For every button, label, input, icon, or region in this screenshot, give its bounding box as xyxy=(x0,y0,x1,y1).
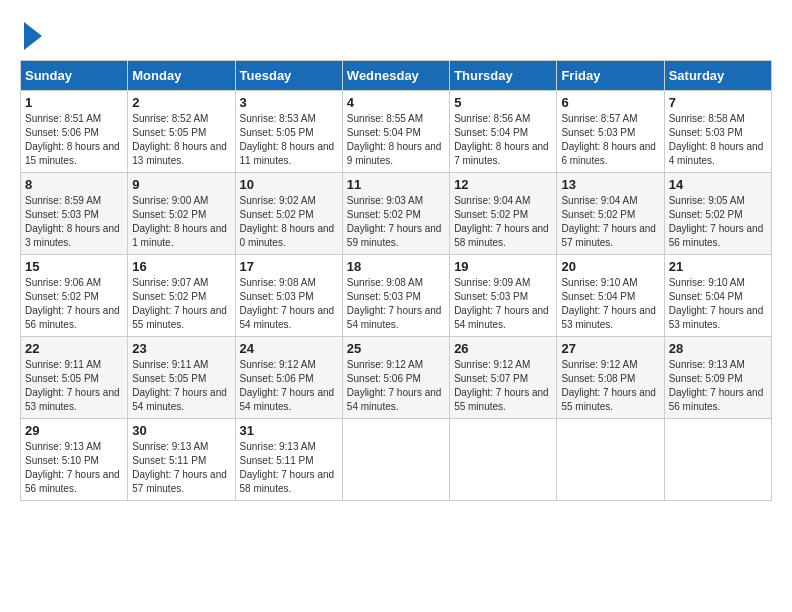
calendar-cell: 30Sunrise: 9:13 AMSunset: 5:11 PMDayligh… xyxy=(128,419,235,501)
calendar-cell: 5Sunrise: 8:56 AMSunset: 5:04 PMDaylight… xyxy=(450,91,557,173)
day-number: 1 xyxy=(25,95,123,110)
day-number: 13 xyxy=(561,177,659,192)
day-header-friday: Friday xyxy=(557,61,664,91)
day-info: Sunrise: 8:59 AMSunset: 5:03 PMDaylight:… xyxy=(25,195,120,248)
calendar-week-2: 8Sunrise: 8:59 AMSunset: 5:03 PMDaylight… xyxy=(21,173,772,255)
calendar-header-row: SundayMondayTuesdayWednesdayThursdayFrid… xyxy=(21,61,772,91)
calendar-cell: 18Sunrise: 9:08 AMSunset: 5:03 PMDayligh… xyxy=(342,255,449,337)
calendar-cell: 7Sunrise: 8:58 AMSunset: 5:03 PMDaylight… xyxy=(664,91,771,173)
day-info: Sunrise: 9:04 AMSunset: 5:02 PMDaylight:… xyxy=(454,195,549,248)
calendar-week-1: 1Sunrise: 8:51 AMSunset: 5:06 PMDaylight… xyxy=(21,91,772,173)
calendar-cell: 8Sunrise: 8:59 AMSunset: 5:03 PMDaylight… xyxy=(21,173,128,255)
day-info: Sunrise: 8:58 AMSunset: 5:03 PMDaylight:… xyxy=(669,113,764,166)
day-number: 21 xyxy=(669,259,767,274)
calendar-cell: 1Sunrise: 8:51 AMSunset: 5:06 PMDaylight… xyxy=(21,91,128,173)
day-info: Sunrise: 9:00 AMSunset: 5:02 PMDaylight:… xyxy=(132,195,227,248)
calendar-cell: 29Sunrise: 9:13 AMSunset: 5:10 PMDayligh… xyxy=(21,419,128,501)
day-info: Sunrise: 9:11 AMSunset: 5:05 PMDaylight:… xyxy=(25,359,120,412)
calendar-cell: 28Sunrise: 9:13 AMSunset: 5:09 PMDayligh… xyxy=(664,337,771,419)
day-number: 29 xyxy=(25,423,123,438)
calendar-cell: 10Sunrise: 9:02 AMSunset: 5:02 PMDayligh… xyxy=(235,173,342,255)
calendar-cell: 6Sunrise: 8:57 AMSunset: 5:03 PMDaylight… xyxy=(557,91,664,173)
calendar-cell xyxy=(664,419,771,501)
day-number: 4 xyxy=(347,95,445,110)
day-header-monday: Monday xyxy=(128,61,235,91)
day-info: Sunrise: 9:12 AMSunset: 5:06 PMDaylight:… xyxy=(347,359,442,412)
calendar-cell: 4Sunrise: 8:55 AMSunset: 5:04 PMDaylight… xyxy=(342,91,449,173)
day-info: Sunrise: 9:05 AMSunset: 5:02 PMDaylight:… xyxy=(669,195,764,248)
day-number: 10 xyxy=(240,177,338,192)
calendar-cell xyxy=(450,419,557,501)
day-number: 26 xyxy=(454,341,552,356)
day-number: 18 xyxy=(347,259,445,274)
day-number: 16 xyxy=(132,259,230,274)
calendar-cell xyxy=(557,419,664,501)
day-header-tuesday: Tuesday xyxy=(235,61,342,91)
day-number: 6 xyxy=(561,95,659,110)
day-info: Sunrise: 9:02 AMSunset: 5:02 PMDaylight:… xyxy=(240,195,335,248)
day-number: 24 xyxy=(240,341,338,356)
day-info: Sunrise: 8:53 AMSunset: 5:05 PMDaylight:… xyxy=(240,113,335,166)
day-number: 11 xyxy=(347,177,445,192)
day-number: 30 xyxy=(132,423,230,438)
calendar-cell: 31Sunrise: 9:13 AMSunset: 5:11 PMDayligh… xyxy=(235,419,342,501)
day-info: Sunrise: 9:12 AMSunset: 5:07 PMDaylight:… xyxy=(454,359,549,412)
calendar-cell: 22Sunrise: 9:11 AMSunset: 5:05 PMDayligh… xyxy=(21,337,128,419)
calendar-cell: 19Sunrise: 9:09 AMSunset: 5:03 PMDayligh… xyxy=(450,255,557,337)
day-info: Sunrise: 9:08 AMSunset: 5:03 PMDaylight:… xyxy=(347,277,442,330)
day-number: 5 xyxy=(454,95,552,110)
calendar-week-4: 22Sunrise: 9:11 AMSunset: 5:05 PMDayligh… xyxy=(21,337,772,419)
calendar-table: SundayMondayTuesdayWednesdayThursdayFrid… xyxy=(20,60,772,501)
calendar-cell: 14Sunrise: 9:05 AMSunset: 5:02 PMDayligh… xyxy=(664,173,771,255)
day-header-saturday: Saturday xyxy=(664,61,771,91)
day-info: Sunrise: 8:55 AMSunset: 5:04 PMDaylight:… xyxy=(347,113,442,166)
calendar-cell: 27Sunrise: 9:12 AMSunset: 5:08 PMDayligh… xyxy=(557,337,664,419)
day-number: 3 xyxy=(240,95,338,110)
day-info: Sunrise: 9:13 AMSunset: 5:09 PMDaylight:… xyxy=(669,359,764,412)
calendar-cell: 20Sunrise: 9:10 AMSunset: 5:04 PMDayligh… xyxy=(557,255,664,337)
day-info: Sunrise: 9:13 AMSunset: 5:10 PMDaylight:… xyxy=(25,441,120,494)
day-info: Sunrise: 9:10 AMSunset: 5:04 PMDaylight:… xyxy=(561,277,656,330)
calendar-cell: 3Sunrise: 8:53 AMSunset: 5:05 PMDaylight… xyxy=(235,91,342,173)
day-number: 23 xyxy=(132,341,230,356)
calendar-cell: 17Sunrise: 9:08 AMSunset: 5:03 PMDayligh… xyxy=(235,255,342,337)
calendar-cell: 9Sunrise: 9:00 AMSunset: 5:02 PMDaylight… xyxy=(128,173,235,255)
logo xyxy=(20,20,42,50)
calendar-cell: 26Sunrise: 9:12 AMSunset: 5:07 PMDayligh… xyxy=(450,337,557,419)
day-info: Sunrise: 9:09 AMSunset: 5:03 PMDaylight:… xyxy=(454,277,549,330)
calendar-cell: 13Sunrise: 9:04 AMSunset: 5:02 PMDayligh… xyxy=(557,173,664,255)
day-number: 25 xyxy=(347,341,445,356)
day-info: Sunrise: 9:12 AMSunset: 5:06 PMDaylight:… xyxy=(240,359,335,412)
calendar-cell: 15Sunrise: 9:06 AMSunset: 5:02 PMDayligh… xyxy=(21,255,128,337)
day-info: Sunrise: 9:11 AMSunset: 5:05 PMDaylight:… xyxy=(132,359,227,412)
day-number: 9 xyxy=(132,177,230,192)
day-number: 12 xyxy=(454,177,552,192)
calendar-cell: 11Sunrise: 9:03 AMSunset: 5:02 PMDayligh… xyxy=(342,173,449,255)
day-number: 15 xyxy=(25,259,123,274)
calendar-week-3: 15Sunrise: 9:06 AMSunset: 5:02 PMDayligh… xyxy=(21,255,772,337)
day-info: Sunrise: 9:06 AMSunset: 5:02 PMDaylight:… xyxy=(25,277,120,330)
day-number: 27 xyxy=(561,341,659,356)
day-header-wednesday: Wednesday xyxy=(342,61,449,91)
day-info: Sunrise: 9:12 AMSunset: 5:08 PMDaylight:… xyxy=(561,359,656,412)
day-number: 7 xyxy=(669,95,767,110)
day-number: 17 xyxy=(240,259,338,274)
page-header xyxy=(20,20,772,50)
day-number: 20 xyxy=(561,259,659,274)
calendar-cell: 24Sunrise: 9:12 AMSunset: 5:06 PMDayligh… xyxy=(235,337,342,419)
calendar-cell: 12Sunrise: 9:04 AMSunset: 5:02 PMDayligh… xyxy=(450,173,557,255)
calendar-cell: 23Sunrise: 9:11 AMSunset: 5:05 PMDayligh… xyxy=(128,337,235,419)
day-info: Sunrise: 8:57 AMSunset: 5:03 PMDaylight:… xyxy=(561,113,656,166)
day-info: Sunrise: 9:07 AMSunset: 5:02 PMDaylight:… xyxy=(132,277,227,330)
day-number: 31 xyxy=(240,423,338,438)
day-info: Sunrise: 9:13 AMSunset: 5:11 PMDaylight:… xyxy=(240,441,335,494)
day-header-thursday: Thursday xyxy=(450,61,557,91)
day-info: Sunrise: 9:04 AMSunset: 5:02 PMDaylight:… xyxy=(561,195,656,248)
calendar-cell xyxy=(342,419,449,501)
calendar-cell: 25Sunrise: 9:12 AMSunset: 5:06 PMDayligh… xyxy=(342,337,449,419)
calendar-cell: 16Sunrise: 9:07 AMSunset: 5:02 PMDayligh… xyxy=(128,255,235,337)
day-number: 19 xyxy=(454,259,552,274)
day-header-sunday: Sunday xyxy=(21,61,128,91)
day-number: 28 xyxy=(669,341,767,356)
day-number: 8 xyxy=(25,177,123,192)
